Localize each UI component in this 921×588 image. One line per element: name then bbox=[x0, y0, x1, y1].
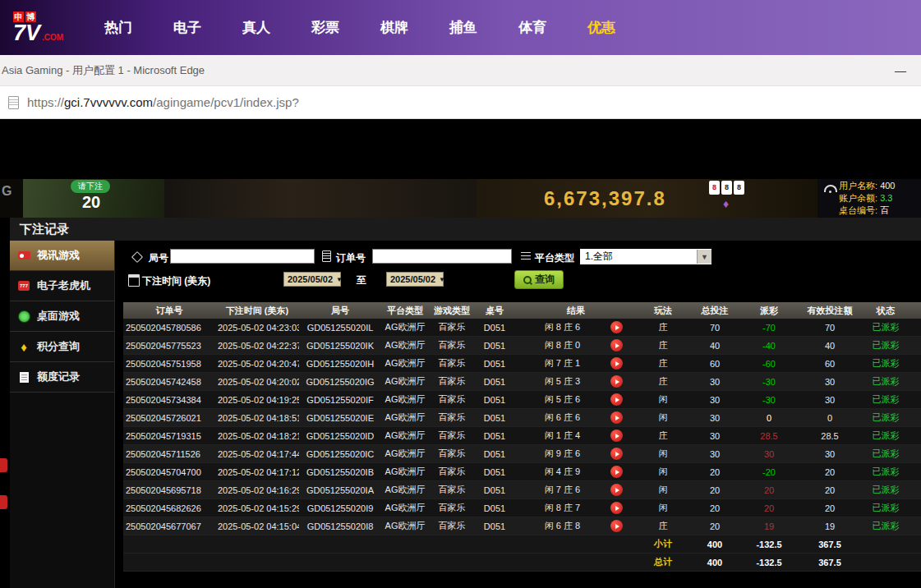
replay-button[interactable] bbox=[610, 484, 623, 496]
sidebar-item-3[interactable]: 桌面游戏 bbox=[10, 301, 114, 332]
replay-button[interactable] bbox=[610, 430, 623, 442]
table-row: 2505020457193152025-05-02 04:18:21GD0512… bbox=[123, 427, 921, 445]
ledger-icon bbox=[16, 370, 31, 384]
platform-type-value: 1.全部 bbox=[585, 250, 613, 264]
site-logo[interactable]: 申博 7V.COM bbox=[13, 8, 74, 48]
platform-type-select[interactable]: 1.全部 ▼ bbox=[580, 249, 711, 264]
nav-item-6[interactable]: 捕鱼 bbox=[429, 18, 498, 37]
cell-status: 已派彩 bbox=[863, 375, 909, 388]
cell-order: 250502045682626 bbox=[123, 503, 215, 513]
nav-item-7[interactable]: 体育 bbox=[498, 18, 567, 37]
column-header-7: 结果 bbox=[514, 305, 638, 317]
result-text: 闲 8 庄 7 bbox=[514, 502, 610, 514]
nav-item-8[interactable]: 优惠 bbox=[567, 18, 636, 37]
round-id-icon bbox=[131, 251, 143, 263]
cell-time: 2025-05-02 04:20:02 bbox=[215, 377, 299, 387]
cell-status: 已派彩 bbox=[863, 411, 909, 424]
sidebar-item-label: 额度记录 bbox=[37, 370, 80, 384]
cell-result: 闲 4 庄 9 bbox=[514, 466, 638, 478]
dropdown-arrow-icon: ▼ bbox=[336, 276, 343, 283]
table-row: 2505020457047002025-05-02 04:17:12GD0512… bbox=[123, 463, 921, 481]
url-text[interactable]: https://gci.7vvvvvv.com/agingame/pcv1/in… bbox=[27, 95, 299, 109]
magnifier-icon bbox=[523, 276, 532, 284]
cell-status: 已派彩 bbox=[863, 466, 909, 478]
column-header-1: 订单号 bbox=[123, 305, 215, 317]
cell-result: 闲 1 庄 4 bbox=[514, 430, 638, 442]
cell-result: 闲 8 庄 6 bbox=[514, 321, 638, 333]
nav-item-4[interactable]: 彩票 bbox=[291, 18, 360, 37]
cell-status: 已派彩 bbox=[863, 357, 909, 370]
replay-button[interactable] bbox=[610, 321, 623, 333]
cell-platform: AG欧洲厅 bbox=[381, 339, 429, 351]
replay-button[interactable] bbox=[610, 466, 623, 478]
replay-button[interactable] bbox=[610, 411, 623, 424]
cell-valid-bet: 30 bbox=[797, 377, 863, 387]
diamond-icon bbox=[16, 340, 31, 353]
cell-time: 2025-05-02 04:22:37 bbox=[215, 341, 299, 351]
result-text: 闲 7 庄 6 bbox=[514, 484, 610, 496]
replay-button[interactable] bbox=[610, 375, 623, 388]
table-number-label: 桌台编号: bbox=[839, 205, 877, 215]
replay-button[interactable] bbox=[610, 339, 623, 351]
table-row: 2505020457805862025-05-02 04:23:03GD0512… bbox=[123, 319, 921, 337]
dropdown-arrow-icon: ▼ bbox=[439, 276, 445, 283]
sidebar-item-4[interactable]: 积分查询 bbox=[10, 332, 114, 362]
nav-item-2[interactable]: 电子 bbox=[153, 18, 222, 37]
cell-play-type: 闲 bbox=[638, 502, 688, 514]
total-payout: -132.5 bbox=[741, 558, 797, 567]
cell-valid-bet: 28.5 bbox=[797, 431, 863, 441]
cell-status: 已派彩 bbox=[863, 520, 909, 532]
date-to-select[interactable]: 2025/05/02▼ bbox=[386, 272, 444, 287]
cell-platform: AG欧洲厅 bbox=[381, 484, 429, 496]
minimize-button[interactable]: — bbox=[895, 64, 906, 77]
cell-total-bet: 30 bbox=[688, 449, 741, 459]
window-title: Asia Gaming - 用户配置 1 - Microsoft Edge bbox=[2, 63, 205, 78]
card-icon: 8 bbox=[734, 181, 744, 195]
cell-order: 250502045704700 bbox=[123, 467, 215, 477]
column-header-12: 状态 bbox=[863, 305, 909, 317]
nav-item-5[interactable]: 棋牌 bbox=[360, 18, 429, 37]
sidebar-item-1[interactable]: 视讯游戏 bbox=[10, 241, 114, 271]
result-text: 闲 8 庄 0 bbox=[514, 339, 610, 351]
table-row: 2505020456826262025-05-02 04:15:29GD0512… bbox=[123, 499, 921, 517]
cell-total-bet: 20 bbox=[688, 521, 741, 531]
date-from-select[interactable]: 2025/05/02▼ bbox=[283, 272, 341, 287]
cell-total-bet: 40 bbox=[688, 341, 741, 351]
cell-result: 闲 5 庄 6 bbox=[514, 393, 638, 406]
cell-play-type: 庄 bbox=[638, 321, 688, 333]
total-valid-bet: 367.5 bbox=[797, 558, 863, 567]
nav-item-1[interactable]: 热门 bbox=[84, 18, 153, 37]
cell-total-bet: 20 bbox=[688, 485, 741, 495]
nav-item-3[interactable]: 真人 bbox=[222, 18, 291, 37]
round-id-input[interactable] bbox=[170, 249, 315, 264]
browser-urlbar[interactable]: https://gci.7vvvvvv.com/agingame/pcv1/in… bbox=[0, 86, 921, 119]
cell-game-type: 百家乐 bbox=[429, 375, 475, 388]
date-from-value: 2025/05/02 bbox=[288, 274, 333, 284]
replay-button[interactable] bbox=[610, 448, 623, 460]
cell-game-type: 百家乐 bbox=[429, 393, 475, 406]
sidebar-item-label: 积分查询 bbox=[37, 339, 80, 354]
panel-title: 下注记录 bbox=[10, 218, 921, 241]
bet-timer: 20 bbox=[82, 193, 100, 212]
sidebar-item-5[interactable]: 额度记录 bbox=[10, 362, 114, 393]
cell-time: 2025-05-02 04:18:21 bbox=[215, 431, 299, 441]
order-id-icon bbox=[322, 250, 331, 262]
top-nav: 热门电子真人彩票棋牌捕鱼体育优惠 bbox=[84, 18, 636, 37]
cell-order: 250502045677067 bbox=[123, 521, 215, 531]
sidebar-item-2[interactable]: 电子老虎机 bbox=[10, 271, 114, 301]
search-button[interactable]: 查询 bbox=[514, 270, 564, 289]
replay-button[interactable] bbox=[610, 393, 623, 406]
cell-game-type: 百家乐 bbox=[429, 357, 475, 370]
replay-button[interactable] bbox=[610, 502, 623, 514]
order-id-input[interactable] bbox=[372, 249, 512, 264]
strip-letter: G bbox=[2, 184, 12, 199]
result-text: 闲 6 庄 8 bbox=[514, 520, 610, 532]
card-icon: 8 bbox=[721, 181, 732, 195]
cell-status: 已派彩 bbox=[863, 448, 909, 460]
cell-play-type: 闲 bbox=[638, 466, 688, 478]
replay-button[interactable] bbox=[610, 520, 623, 532]
replay-button[interactable] bbox=[610, 357, 623, 370]
cell-play-type: 闲 bbox=[638, 411, 688, 424]
round-id-label: 局号 bbox=[149, 251, 168, 265]
cell-time: 2025-05-02 04:15:29 bbox=[215, 503, 299, 513]
